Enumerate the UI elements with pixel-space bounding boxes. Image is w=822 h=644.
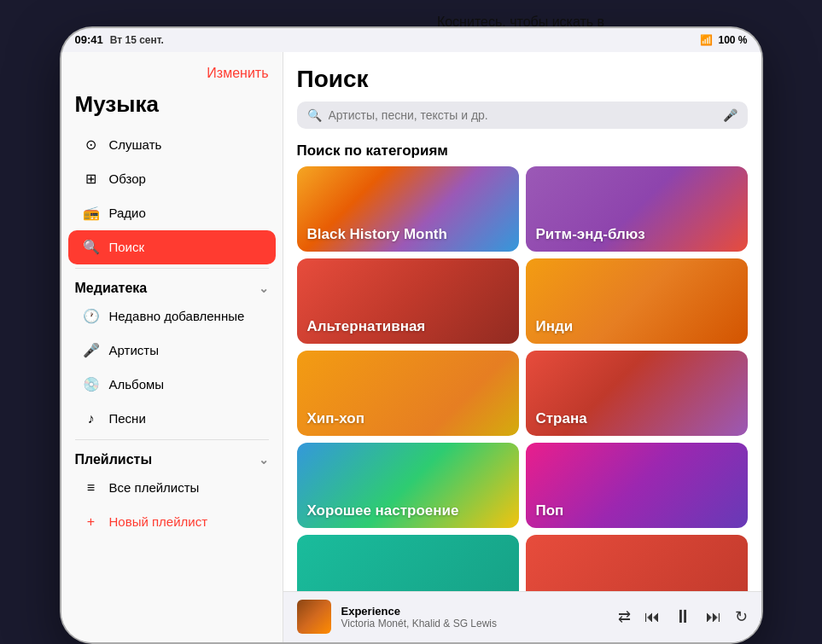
search-input[interactable]: [329, 108, 716, 122]
category-non1[interactable]: Non: [297, 535, 519, 591]
radio-icon: 📻: [82, 204, 101, 223]
status-right: 📶 100 %: [700, 34, 747, 46]
sidebar-title: Музыка: [61, 88, 283, 128]
main-panel: Поиск 🔍 🎤 Поиск по категориям Black Hist…: [283, 52, 761, 642]
sidebar-item-listen[interactable]: ⊙ Слушать: [68, 128, 276, 162]
wifi-icon: 📶: [700, 34, 713, 46]
sidebar-item-new-playlist[interactable]: + Новый плейлист: [68, 505, 276, 539]
category-non2[interactable]: [526, 535, 748, 591]
category-black-history[interactable]: Black History Month: [297, 166, 519, 252]
all-playlists-icon: ≡: [82, 479, 101, 497]
category-indie-label: Инди: [536, 318, 574, 335]
sidebar-item-albums[interactable]: 💿 Альбомы: [68, 368, 276, 402]
category-pop[interactable]: Поп: [526, 443, 748, 528]
sidebar-item-new-playlist-label: Новый плейлист: [109, 514, 208, 529]
search-nav-icon: 🔍: [82, 238, 101, 257]
sidebar-item-recent[interactable]: 🕐 Недавно добавленные: [68, 299, 276, 334]
sidebar-item-artists-label: Артисты: [109, 343, 159, 357]
sidebar-item-songs-label: Песни: [109, 411, 146, 426]
library-chevron-icon[interactable]: ⌄: [259, 281, 269, 295]
sidebar-item-artists[interactable]: 🎤 Артисты: [68, 334, 276, 368]
mini-player-artwork: [297, 600, 331, 634]
sidebar-item-browse[interactable]: ⊞ Обзор: [68, 162, 276, 196]
mini-player-info: Experience Victoria Monét, Khalid & SG L…: [341, 605, 608, 629]
sidebar-item-listen-label: Слушать: [109, 137, 162, 152]
sidebar-item-albums-label: Альбомы: [109, 377, 165, 392]
tooltip-line1: Коснитесь, чтобы искать в: [437, 15, 604, 29]
next-button[interactable]: ⏭: [706, 608, 721, 626]
browse-icon: ⊞: [82, 170, 101, 189]
category-pop-label: Поп: [536, 502, 564, 519]
sidebar-item-all-playlists[interactable]: ≡ Все плейлисты: [68, 471, 276, 505]
status-time: 09:41: [75, 33, 103, 46]
songs-icon: ♪: [82, 409, 101, 428]
mini-player-title: Experience: [341, 605, 608, 618]
playlists-chevron-icon[interactable]: ⌄: [259, 453, 269, 467]
repeat-button[interactable]: ↻: [735, 607, 748, 626]
sidebar-item-radio[interactable]: 📻 Радио: [68, 196, 276, 230]
categories-grid: Black History Month Ритм-энд-блюз Альтер…: [283, 166, 761, 591]
sidebar-item-songs[interactable]: ♪ Песни: [68, 402, 276, 436]
pause-button[interactable]: ⏸: [673, 606, 692, 628]
sidebar-item-search-label: Поиск: [109, 240, 145, 254]
category-rnb-label: Ритм-энд-блюз: [536, 226, 645, 243]
mini-player-artist: Victoria Monét, Khalid & SG Lewis: [341, 618, 608, 629]
edit-button[interactable]: Изменить: [61, 66, 283, 88]
sidebar-item-recent-label: Недавно добавленные: [109, 309, 245, 323]
playlists-section-label: Плейлисты: [75, 452, 153, 467]
ipad-frame: 09:41 Вт 15 сент. 📶 100 % Изменить Музык…: [61, 28, 761, 642]
search-header: Поиск 🔍 🎤: [283, 52, 761, 136]
category-country[interactable]: Страна: [526, 351, 748, 436]
categories-title: Поиск по категориям: [283, 136, 761, 166]
prev-button[interactable]: ⏮: [644, 608, 660, 626]
category-hiphop-label: Хип-хоп: [307, 410, 364, 427]
status-date: Вт 15 сент.: [110, 34, 164, 46]
category-mood-label: Хорошее настроение: [307, 502, 459, 519]
library-section-label: Медиатека: [75, 281, 148, 296]
shuffle-button[interactable]: ⇄: [618, 607, 631, 626]
category-alternative[interactable]: Альтернативная: [297, 258, 519, 344]
mic-icon[interactable]: 🎤: [723, 108, 737, 122]
category-black-history-label: Black History Month: [307, 226, 447, 243]
mini-player: Experience Victoria Monét, Khalid & SG L…: [283, 591, 761, 642]
status-bar: 09:41 Вт 15 сент. 📶 100 %: [61, 28, 761, 52]
sidebar-item-browse-label: Обзор: [109, 171, 146, 186]
mini-player-controls: ⇄ ⏮ ⏸ ⏭ ↻: [618, 606, 748, 628]
category-hiphop[interactable]: Хип-хоп: [297, 351, 519, 436]
recent-icon: 🕐: [82, 307, 101, 326]
sidebar-item-all-playlists-label: Все плейлисты: [109, 480, 200, 495]
category-indie[interactable]: Инди: [526, 258, 748, 344]
sidebar-item-search[interactable]: 🔍 Поиск: [68, 230, 276, 264]
search-bar[interactable]: 🔍 🎤: [297, 102, 748, 129]
divider-2: [75, 439, 269, 440]
sidebar: Изменить Музыка ⊙ Слушать ⊞ Обзор 📻 Ради…: [61, 52, 283, 642]
listen-icon: ⊙: [82, 136, 101, 154]
sidebar-item-radio-label: Радио: [109, 206, 146, 220]
playlists-section-header: Плейлисты ⌄: [61, 444, 283, 471]
category-country-label: Страна: [536, 410, 587, 427]
library-section-header: Медиатека ⌄: [61, 272, 283, 299]
category-rnb[interactable]: Ритм-энд-блюз: [526, 166, 748, 252]
divider-1: [75, 268, 269, 269]
albums-icon: 💿: [82, 375, 101, 394]
battery-label: 100 %: [718, 34, 747, 46]
search-title: Поиск: [297, 66, 748, 93]
new-playlist-icon: +: [82, 513, 101, 531]
search-bar-icon: 🔍: [307, 108, 322, 122]
app-content: Изменить Музыка ⊙ Слушать ⊞ Обзор 📻 Ради…: [61, 52, 761, 642]
category-mood[interactable]: Хорошее настроение: [297, 443, 519, 528]
category-alternative-label: Альтернативная: [307, 318, 426, 335]
artists-icon: 🎤: [82, 341, 101, 360]
